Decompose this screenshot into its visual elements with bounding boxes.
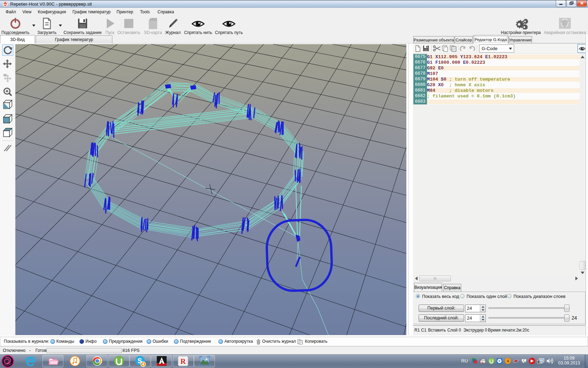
svg-text:4: 4 (142, 362, 144, 366)
svg-text:4: 4 (507, 359, 509, 363)
svg-text:R: R (4, 3, 7, 6)
svg-text:R: R (180, 357, 186, 366)
